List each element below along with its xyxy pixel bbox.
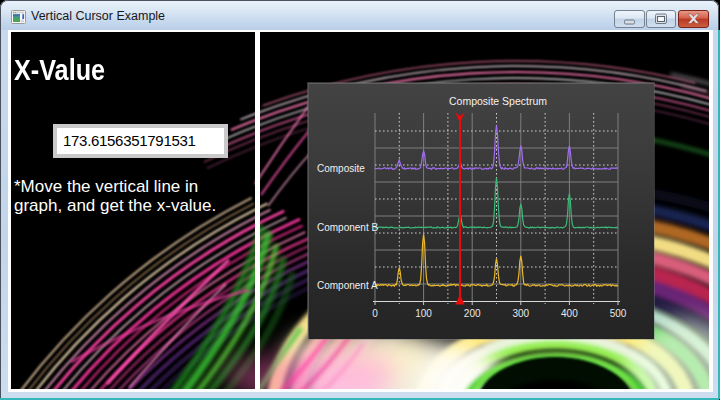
svg-text:Composite Spectrum: Composite Spectrum: [449, 95, 547, 107]
svg-text:200: 200: [464, 308, 481, 319]
svg-text:100: 100: [415, 308, 432, 319]
svg-text:0: 0: [372, 308, 378, 319]
svg-text:Component B: Component B: [317, 222, 378, 233]
svg-text:Component A: Component A: [317, 280, 378, 291]
svg-text:Composite: Composite: [317, 163, 365, 174]
svg-text:300: 300: [512, 308, 529, 319]
svg-text:500: 500: [610, 308, 627, 319]
svg-text:400: 400: [561, 308, 578, 319]
